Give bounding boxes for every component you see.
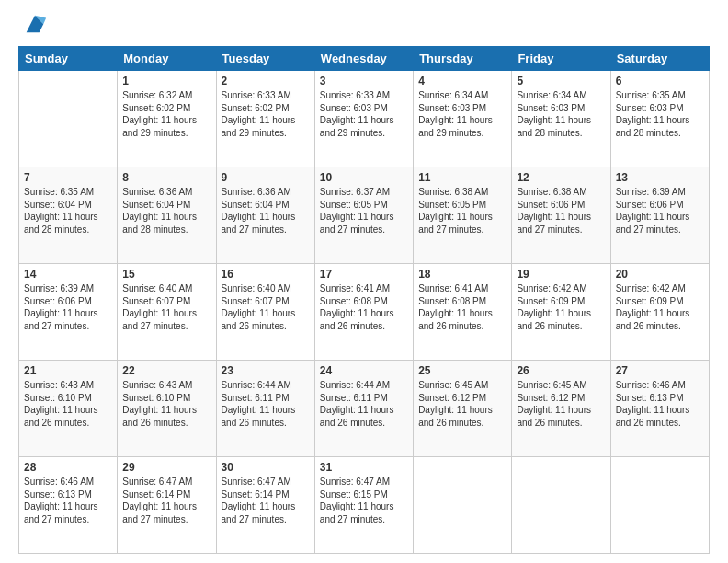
calendar-cell: [414, 457, 512, 554]
day-number: 20: [616, 268, 704, 281]
day-number: 10: [320, 171, 408, 184]
calendar-header-row: SundayMondayTuesdayWednesdayThursdayFrid…: [19, 47, 710, 71]
calendar-cell: 2Sunrise: 6:33 AM Sunset: 6:02 PM Daylig…: [216, 71, 314, 167]
calendar-cell: 27Sunrise: 6:46 AM Sunset: 6:13 PM Dayli…: [610, 361, 709, 457]
day-number: 24: [320, 364, 408, 377]
calendar-cell: 1Sunrise: 6:32 AM Sunset: 6:02 PM Daylig…: [118, 71, 216, 167]
calendar-cell: 23Sunrise: 6:44 AM Sunset: 6:11 PM Dayli…: [216, 361, 314, 457]
week-row-4: 21Sunrise: 6:43 AM Sunset: 6:10 PM Dayli…: [19, 361, 710, 457]
week-row-5: 28Sunrise: 6:46 AM Sunset: 6:13 PM Dayli…: [19, 457, 710, 554]
day-number: 25: [418, 364, 506, 377]
day-number: 15: [122, 268, 210, 281]
cell-info: Sunrise: 6:36 AM Sunset: 6:04 PM Dayligh…: [222, 186, 310, 236]
day-number: 13: [616, 171, 704, 184]
cell-info: Sunrise: 6:32 AM Sunset: 6:02 PM Dayligh…: [122, 89, 210, 139]
cell-info: Sunrise: 6:37 AM Sunset: 6:05 PM Dayligh…: [320, 186, 408, 236]
calendar-cell: 21Sunrise: 6:43 AM Sunset: 6:10 PM Dayli…: [19, 361, 118, 457]
cell-info: Sunrise: 6:43 AM Sunset: 6:10 PM Dayligh…: [122, 379, 210, 429]
day-header-friday: Friday: [512, 47, 610, 71]
cell-info: Sunrise: 6:44 AM Sunset: 6:11 PM Dayligh…: [320, 379, 408, 429]
cell-info: Sunrise: 6:35 AM Sunset: 6:04 PM Dayligh…: [24, 186, 112, 236]
calendar-cell: 13Sunrise: 6:39 AM Sunset: 6:06 PM Dayli…: [610, 167, 709, 264]
logo-icon: [22, 11, 48, 37]
calendar-cell: 19Sunrise: 6:42 AM Sunset: 6:09 PM Dayli…: [512, 264, 610, 361]
calendar-cell: 22Sunrise: 6:43 AM Sunset: 6:10 PM Dayli…: [118, 361, 216, 457]
week-row-2: 7Sunrise: 6:35 AM Sunset: 6:04 PM Daylig…: [19, 167, 710, 264]
calendar-cell: 18Sunrise: 6:41 AM Sunset: 6:08 PM Dayli…: [414, 264, 512, 361]
day-number: 30: [222, 461, 310, 474]
cell-info: Sunrise: 6:47 AM Sunset: 6:14 PM Dayligh…: [122, 476, 210, 525]
cell-info: Sunrise: 6:45 AM Sunset: 6:12 PM Dayligh…: [517, 379, 605, 429]
calendar-cell: 3Sunrise: 6:33 AM Sunset: 6:03 PM Daylig…: [314, 71, 413, 167]
day-header-monday: Monday: [118, 47, 216, 71]
calendar-cell: 14Sunrise: 6:39 AM Sunset: 6:06 PM Dayli…: [19, 264, 118, 361]
day-number: 31: [320, 461, 408, 474]
day-number: 6: [616, 75, 704, 87]
cell-info: Sunrise: 6:43 AM Sunset: 6:10 PM Dayligh…: [24, 379, 112, 429]
calendar-cell: 8Sunrise: 6:36 AM Sunset: 6:04 PM Daylig…: [118, 167, 216, 264]
calendar-cell: 10Sunrise: 6:37 AM Sunset: 6:05 PM Dayli…: [314, 167, 413, 264]
cell-info: Sunrise: 6:42 AM Sunset: 6:09 PM Dayligh…: [517, 282, 605, 332]
day-header-sunday: Sunday: [19, 47, 118, 71]
day-number: 16: [222, 268, 310, 281]
cell-info: Sunrise: 6:41 AM Sunset: 6:08 PM Dayligh…: [320, 282, 408, 332]
header: [18, 15, 710, 37]
calendar: SundayMondayTuesdayWednesdayThursdayFrid…: [18, 46, 710, 554]
day-number: 27: [616, 364, 704, 377]
calendar-cell: 11Sunrise: 6:38 AM Sunset: 6:05 PM Dayli…: [414, 167, 512, 264]
day-number: 5: [517, 75, 605, 87]
cell-info: Sunrise: 6:33 AM Sunset: 6:02 PM Dayligh…: [222, 89, 310, 139]
day-number: 11: [418, 171, 506, 184]
calendar-cell: 16Sunrise: 6:40 AM Sunset: 6:07 PM Dayli…: [216, 264, 314, 361]
calendar-cell: 29Sunrise: 6:47 AM Sunset: 6:14 PM Dayli…: [118, 457, 216, 554]
day-number: 8: [122, 171, 210, 184]
day-header-thursday: Thursday: [414, 47, 512, 71]
day-number: 19: [517, 268, 605, 281]
calendar-cell: 15Sunrise: 6:40 AM Sunset: 6:07 PM Dayli…: [118, 264, 216, 361]
calendar-cell: 4Sunrise: 6:34 AM Sunset: 6:03 PM Daylig…: [414, 71, 512, 167]
day-number: 18: [418, 268, 506, 281]
day-number: 2: [222, 75, 310, 87]
day-number: 12: [517, 171, 605, 184]
day-number: 21: [24, 364, 112, 377]
cell-info: Sunrise: 6:35 AM Sunset: 6:03 PM Dayligh…: [616, 89, 704, 139]
cell-info: Sunrise: 6:40 AM Sunset: 6:07 PM Dayligh…: [122, 282, 210, 332]
cell-info: Sunrise: 6:34 AM Sunset: 6:03 PM Dayligh…: [418, 89, 506, 139]
calendar-cell: [19, 71, 118, 167]
day-number: 7: [24, 171, 112, 184]
day-number: 1: [122, 75, 210, 87]
day-number: 14: [24, 268, 112, 281]
day-number: 23: [222, 364, 310, 377]
cell-info: Sunrise: 6:40 AM Sunset: 6:07 PM Dayligh…: [222, 282, 310, 332]
cell-info: Sunrise: 6:36 AM Sunset: 6:04 PM Dayligh…: [122, 186, 210, 236]
calendar-cell: 26Sunrise: 6:45 AM Sunset: 6:12 PM Dayli…: [512, 361, 610, 457]
day-number: 26: [517, 364, 605, 377]
day-number: 17: [320, 268, 408, 281]
day-number: 29: [122, 461, 210, 474]
day-number: 4: [418, 75, 506, 87]
day-number: 9: [222, 171, 310, 184]
cell-info: Sunrise: 6:46 AM Sunset: 6:13 PM Dayligh…: [24, 476, 112, 525]
day-header-tuesday: Tuesday: [216, 47, 314, 71]
day-header-wednesday: Wednesday: [314, 47, 413, 71]
cell-info: Sunrise: 6:44 AM Sunset: 6:11 PM Dayligh…: [222, 379, 310, 429]
calendar-cell: 28Sunrise: 6:46 AM Sunset: 6:13 PM Dayli…: [19, 457, 118, 554]
calendar-cell: 30Sunrise: 6:47 AM Sunset: 6:14 PM Dayli…: [216, 457, 314, 554]
calendar-cell: 7Sunrise: 6:35 AM Sunset: 6:04 PM Daylig…: [19, 167, 118, 264]
day-number: 28: [24, 461, 112, 474]
calendar-cell: 5Sunrise: 6:34 AM Sunset: 6:03 PM Daylig…: [512, 71, 610, 167]
day-number: 3: [320, 75, 408, 87]
cell-info: Sunrise: 6:34 AM Sunset: 6:03 PM Dayligh…: [517, 89, 605, 139]
calendar-cell: 31Sunrise: 6:47 AM Sunset: 6:15 PM Dayli…: [314, 457, 413, 554]
cell-info: Sunrise: 6:38 AM Sunset: 6:06 PM Dayligh…: [517, 186, 605, 236]
cell-info: Sunrise: 6:42 AM Sunset: 6:09 PM Dayligh…: [616, 282, 704, 332]
calendar-cell: [610, 457, 709, 554]
week-row-1: 1Sunrise: 6:32 AM Sunset: 6:02 PM Daylig…: [19, 71, 710, 167]
calendar-cell: 20Sunrise: 6:42 AM Sunset: 6:09 PM Dayli…: [610, 264, 709, 361]
cell-info: Sunrise: 6:47 AM Sunset: 6:14 PM Dayligh…: [222, 476, 310, 525]
week-row-3: 14Sunrise: 6:39 AM Sunset: 6:06 PM Dayli…: [19, 264, 710, 361]
page: SundayMondayTuesdayWednesdayThursdayFrid…: [0, 0, 728, 563]
calendar-cell: 9Sunrise: 6:36 AM Sunset: 6:04 PM Daylig…: [216, 167, 314, 264]
calendar-cell: 6Sunrise: 6:35 AM Sunset: 6:03 PM Daylig…: [610, 71, 709, 167]
cell-info: Sunrise: 6:39 AM Sunset: 6:06 PM Dayligh…: [24, 282, 112, 332]
